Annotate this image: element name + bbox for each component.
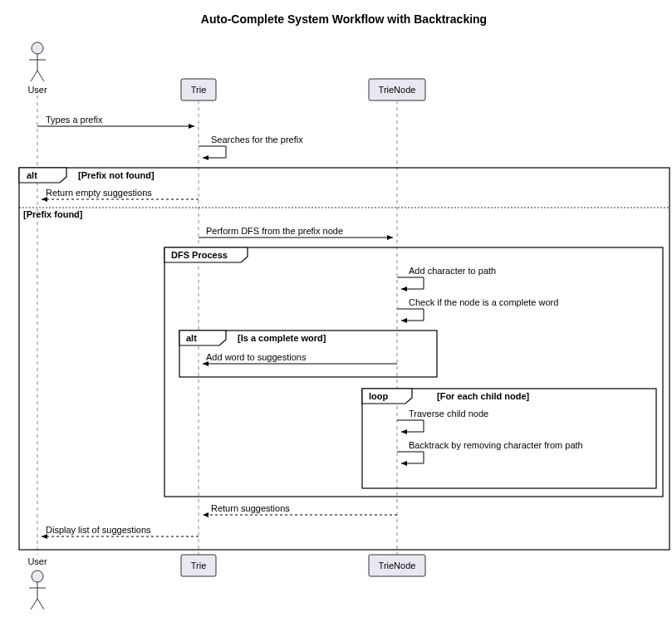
cond-found: [Prefix found] — [23, 209, 83, 219]
sequence-diagram: Auto-Complete System Workflow with Backt… — [8, 8, 672, 617]
alt-frame — [19, 168, 670, 550]
cond-not-found: [Prefix not found] — [78, 170, 155, 180]
svg-text:Trie: Trie — [191, 85, 207, 95]
msg-search-prefix: Searches for the prefix — [211, 135, 303, 144]
svg-text:alt: alt — [186, 333, 197, 343]
dfs-label: DFS Process — [171, 250, 228, 260]
msg-backtrack: Backtrack by removing character from pat… — [409, 440, 583, 450]
loop-label: loop — [369, 391, 388, 401]
msg-check-word: Check if the node is a complete word — [409, 297, 558, 307]
msg-return: Return suggestions — [211, 503, 290, 513]
svg-line-23 — [37, 599, 44, 610]
loop-frame — [362, 389, 656, 488]
participant-trie-bottom: Trie — [181, 555, 216, 576]
actor-user-bottom: User — [27, 556, 47, 610]
svg-text:User: User — [27, 556, 47, 566]
actor-user-top: User — [27, 42, 47, 95]
svg-text:TrieNode: TrieNode — [379, 85, 416, 95]
msg-types-prefix: Types a prefix — [46, 115, 103, 125]
msg-empty: Return empty suggestions — [46, 188, 152, 198]
diagram-title: Auto-Complete System Workflow with Backt… — [201, 12, 487, 26]
svg-line-4 — [37, 71, 44, 81]
svg-text:User: User — [27, 85, 47, 95]
participant-trie-top: Trie — [181, 79, 216, 100]
msg-dfs: Perform DFS from the prefix node — [206, 226, 343, 236]
cond-complete: [Is a complete word] — [238, 333, 326, 343]
svg-point-19 — [32, 570, 43, 582]
participant-trienode-top: TrieNode — [369, 79, 425, 100]
dfs-frame — [164, 247, 663, 497]
alt-label: alt — [27, 170, 37, 180]
svg-line-3 — [31, 71, 37, 81]
msg-add-char: Add character to path — [409, 266, 496, 276]
svg-text:TrieNode: TrieNode — [379, 561, 416, 570]
msg-add-word: Add word to suggestions — [206, 352, 307, 362]
cond-child: [For each child node] — [437, 391, 530, 401]
msg-display: Display list of suggestions — [46, 525, 151, 535]
svg-point-0 — [32, 42, 43, 54]
svg-line-22 — [31, 599, 37, 610]
participant-trienode-bottom: TrieNode — [369, 555, 425, 576]
svg-text:Trie: Trie — [191, 561, 207, 570]
msg-traverse: Traverse child node — [409, 409, 488, 419]
